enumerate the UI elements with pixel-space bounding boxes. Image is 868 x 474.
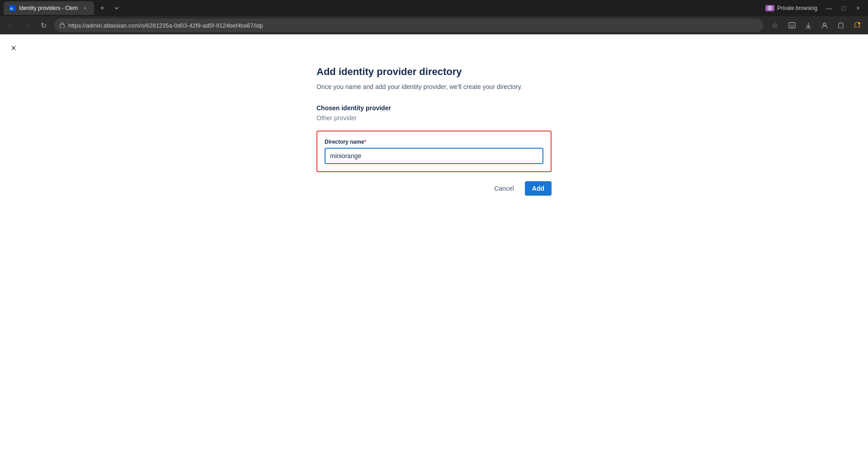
private-browsing-icon [765,5,774,11]
svg-point-8 [858,22,860,24]
add-button[interactable]: Add [525,181,552,196]
new-tab-button[interactable]: + [96,2,108,14]
back-button[interactable]: ← [4,18,18,33]
svg-point-7 [823,23,826,26]
svg-rect-4 [60,24,64,28]
required-marker: * [364,139,366,145]
minimize-button[interactable]: — [823,2,835,14]
page-subtitle: Once you name and add your identity prov… [316,82,552,92]
page-title: Add identity provider directory [316,66,552,78]
tab-favicon: A [9,5,15,11]
refresh-button[interactable]: ↻ [36,18,51,33]
directory-name-field-box: Directory name* [316,131,552,172]
private-browsing-label: Private browsing [777,5,817,11]
private-browsing-badge: Private browsing [762,3,821,13]
directory-name-input[interactable] [325,148,543,164]
tab-close-button[interactable]: × [81,5,89,12]
browser-tab[interactable]: A Identity providers - Clem × [4,1,94,15]
forward-button[interactable]: → [20,18,34,33]
directory-name-label: Directory name* [325,139,543,145]
window-close-button[interactable]: × [852,2,864,14]
extensions-button[interactable] [834,18,848,33]
tab-title: Identity providers - Clem [19,5,78,11]
address-bar[interactable]: https://admin.atlassian.com/o/6281235a-0… [54,19,763,32]
cancel-button[interactable]: Cancel [489,181,519,196]
provider-name: Other provider [316,114,552,122]
form-actions: Cancel Add [316,181,552,196]
svg-text:A: A [10,6,13,11]
chosen-provider-label: Chosen identity provider [316,104,552,112]
maximize-button[interactable]: □ [837,2,850,14]
add-idp-form: Add identity provider directory Once you… [316,66,552,196]
url-display: https://admin.atlassian.com/o/6281235a-0… [68,22,758,29]
notifications-button[interactable] [850,18,864,33]
svg-point-3 [769,8,771,9]
security-lock-icon [60,22,65,29]
tabs-dropdown-button[interactable] [110,2,123,14]
svg-rect-5 [789,23,795,28]
bookmark-button[interactable]: ☆ [769,19,781,32]
pocket-button[interactable] [785,18,799,33]
profile-button[interactable] [817,18,832,33]
page-content: × Add identity provider directory Once y… [0,34,868,474]
download-button[interactable] [801,18,816,33]
close-page-button[interactable]: × [7,42,20,54]
